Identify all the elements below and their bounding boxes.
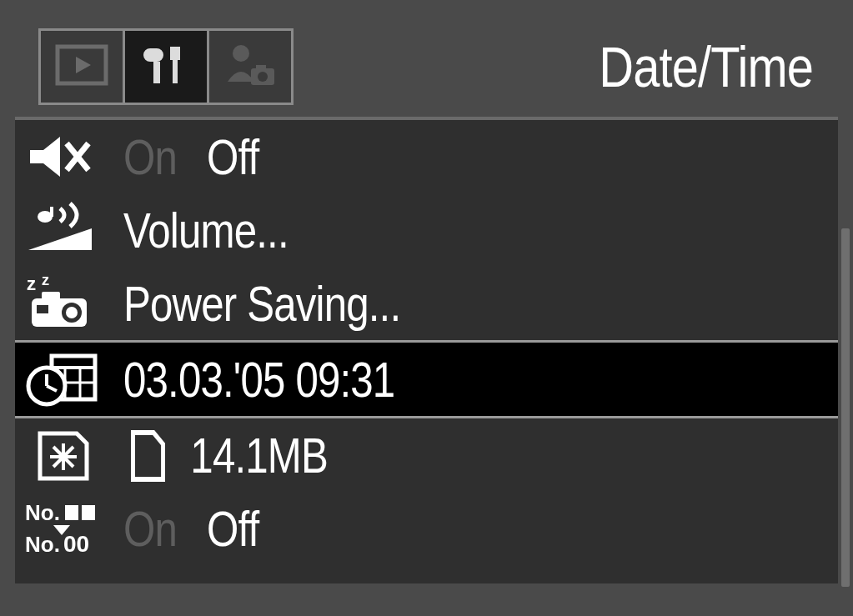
svg-point-4 xyxy=(233,45,249,62)
power-saving-icon: z z xyxy=(23,270,123,337)
power-saving-label: Power Saving... xyxy=(123,275,400,333)
menu-item-mute[interactable]: On Off xyxy=(15,120,838,193)
file-number-reset-icon: No. No. 00 xyxy=(23,495,123,562)
card-icon xyxy=(123,426,171,484)
svg-rect-33 xyxy=(65,505,78,520)
datetime-icon xyxy=(23,346,123,413)
tab-playback[interactable] xyxy=(38,28,125,105)
mute-icon xyxy=(23,123,123,190)
svg-text:00: 00 xyxy=(63,531,89,557)
svg-rect-7 xyxy=(256,65,266,70)
svg-text:No.: No. xyxy=(25,500,60,525)
format-value: 14.1MB xyxy=(123,426,328,484)
format-icon xyxy=(23,422,123,488)
svg-rect-34 xyxy=(82,505,95,520)
svg-text:z: z xyxy=(42,273,49,288)
tools-icon xyxy=(137,40,195,93)
mute-on-option: On xyxy=(123,128,177,186)
person-camera-icon xyxy=(221,40,279,93)
tab-setup[interactable] xyxy=(123,28,209,105)
svg-text:No.: No. xyxy=(25,532,60,557)
setup-menu-screen: Date/Time On Off xyxy=(0,0,853,616)
menu-list: On Off Volume... z xyxy=(15,117,838,583)
scrollbar[interactable] xyxy=(841,228,850,587)
page-title: Date/Time xyxy=(599,34,813,99)
mute-off-option: Off xyxy=(207,128,258,186)
menu-item-volume[interactable]: Volume... xyxy=(15,193,838,267)
svg-marker-1 xyxy=(76,57,91,73)
menu-item-format[interactable]: 14.1MB xyxy=(15,418,838,492)
svg-rect-19 xyxy=(37,305,48,313)
menu-item-power-saving[interactable]: z z Power Saving... xyxy=(15,267,838,340)
tab-bar xyxy=(38,28,291,105)
volume-label: Volume... xyxy=(123,202,289,259)
svg-point-6 xyxy=(258,72,268,82)
fnr-on-option: On xyxy=(123,500,177,558)
volume-icon xyxy=(23,197,123,263)
svg-rect-2 xyxy=(170,47,180,60)
format-size: 14.1MB xyxy=(190,427,328,484)
mute-value: On Off xyxy=(123,128,258,186)
svg-marker-12 xyxy=(28,228,92,250)
svg-marker-8 xyxy=(30,137,60,177)
svg-rect-18 xyxy=(42,292,60,300)
svg-point-17 xyxy=(66,307,78,318)
menu-item-datetime[interactable]: 03.03.'05 09:31 xyxy=(15,340,838,418)
svg-text:z: z xyxy=(27,273,36,294)
tab-mycamera[interactable] xyxy=(207,28,294,105)
svg-rect-3 xyxy=(173,60,178,83)
header: Date/Time xyxy=(15,25,838,108)
menu-item-file-number-reset[interactable]: No. No. 00 On Off xyxy=(15,492,838,565)
file-number-reset-value: On Off xyxy=(123,500,258,558)
datetime-value: 03.03.'05 09:31 xyxy=(123,351,394,408)
fnr-off-option: Off xyxy=(207,500,258,558)
play-icon xyxy=(53,40,111,93)
